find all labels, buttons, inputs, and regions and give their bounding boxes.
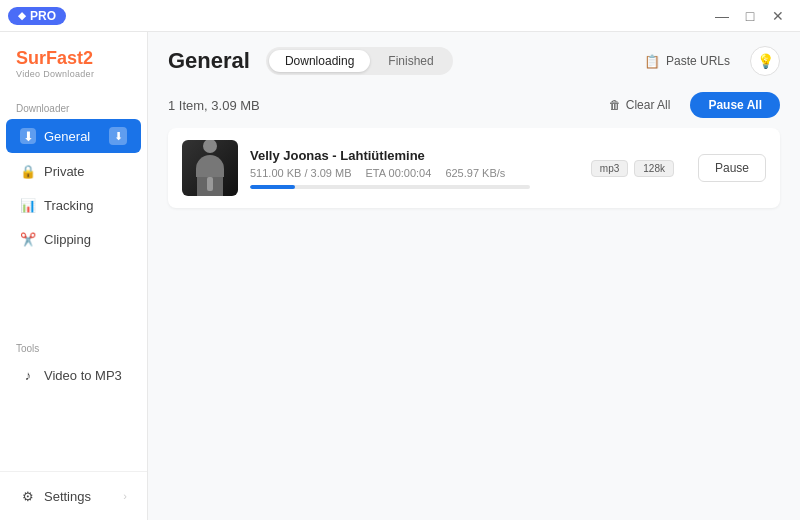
person-head: [203, 140, 217, 153]
diamond-icon: ◆: [18, 10, 26, 21]
download-size: 511.00 KB / 3.09 MB: [250, 167, 352, 179]
lightbulb-icon: 💡: [757, 53, 774, 69]
header-right: 📋 Paste URLs 💡: [636, 46, 780, 76]
brand-name: SurFast: [16, 48, 83, 68]
private-icon: 🔒: [20, 163, 36, 179]
sidebar-item-private-label: Private: [44, 164, 84, 179]
lightbulb-button[interactable]: 💡: [750, 46, 780, 76]
clear-all-button[interactable]: 🗑 Clear All: [599, 93, 681, 117]
download-eta: ETA 00:00:04: [366, 167, 432, 179]
toolbar: 1 Item, 3.09 MB 🗑 Clear All Pause All: [148, 86, 800, 128]
minimize-button[interactable]: —: [708, 2, 736, 30]
brand-number: 2: [83, 48, 93, 68]
tab-finished[interactable]: Finished: [372, 50, 449, 72]
toolbar-right: 🗑 Clear All Pause All: [599, 92, 780, 118]
pause-button[interactable]: Pause: [698, 154, 766, 182]
music-icon: ♪: [20, 367, 36, 383]
format-badges: mp3 128k: [591, 160, 674, 177]
sidebar-item-general[interactable]: ⬇ General ⬇: [6, 119, 141, 153]
progress-bar: [250, 185, 530, 189]
settings-item[interactable]: ⚙ Settings ›: [6, 480, 141, 512]
thumbnail: [182, 140, 238, 196]
item-count: 1 Item, 3.09 MB: [168, 98, 260, 113]
download-count-icon: ⬇: [109, 127, 127, 145]
sidebar-footer: ⚙ Settings ›: [0, 471, 147, 520]
maximize-button[interactable]: □: [736, 2, 764, 30]
sidebar-item-video-to-mp3-label: Video to MP3: [44, 368, 122, 383]
page-title: General: [168, 48, 250, 74]
download-speed: 625.97 KB/s: [445, 167, 505, 179]
tracking-icon: 📊: [20, 197, 36, 213]
sidebar-item-general-label: General: [44, 129, 90, 144]
brand-subtitle: Video Downloader: [16, 69, 131, 79]
progress-bar-fill: [250, 185, 295, 189]
person-suit: [197, 177, 223, 196]
brand: SurFast2 Video Downloader: [0, 40, 147, 95]
sidebar-item-clipping-label: Clipping: [44, 232, 91, 247]
settings-icon: ⚙: [20, 488, 36, 504]
pause-all-button[interactable]: Pause All: [690, 92, 780, 118]
download-info: Velly Joonas - Lahtiütlemine 511.00 KB /…: [250, 148, 579, 189]
content-area: General Downloading Finished 📋 Paste URL…: [148, 32, 800, 520]
main-layout: SurFast2 Video Downloader Downloader ⬇ G…: [0, 32, 800, 520]
paste-urls-label: Paste URLs: [666, 54, 730, 68]
trash-icon: 🗑: [609, 98, 621, 112]
pro-label: PRO: [30, 9, 56, 23]
sidebar-item-tracking-label: Tracking: [44, 198, 93, 213]
person-body: [196, 155, 224, 177]
brand-title: SurFast2: [16, 48, 131, 69]
paste-urls-button[interactable]: 📋 Paste URLs: [636, 50, 738, 73]
downloader-section-label: Downloader: [0, 95, 147, 118]
quality-badge: 128k: [634, 160, 674, 177]
table-row: Velly Joonas - Lahtiütlemine 511.00 KB /…: [168, 128, 780, 208]
clear-all-label: Clear All: [626, 98, 671, 112]
tab-downloading[interactable]: Downloading: [269, 50, 370, 72]
chevron-right-icon: ›: [123, 490, 127, 502]
sidebar-item-clipping[interactable]: ✂️ Clipping: [6, 223, 141, 255]
sidebar-item-video-to-mp3[interactable]: ♪ Video to MP3: [6, 359, 141, 391]
titlebar: ◆ PRO — □ ✕: [0, 0, 800, 32]
download-title: Velly Joonas - Lahtiütlemine: [250, 148, 579, 163]
tools-section-label: Tools: [0, 335, 147, 358]
sidebar-item-tracking[interactable]: 📊 Tracking: [6, 189, 141, 221]
pro-badge[interactable]: ◆ PRO: [8, 7, 66, 25]
tab-group: Downloading Finished: [266, 47, 453, 75]
format-badge: mp3: [591, 160, 628, 177]
sidebar-item-private[interactable]: 🔒 Private: [6, 155, 141, 187]
clipping-icon: ✂️: [20, 231, 36, 247]
content-header: General Downloading Finished 📋 Paste URL…: [148, 32, 800, 86]
download-meta: 511.00 KB / 3.09 MB ETA 00:00:04 625.97 …: [250, 167, 579, 179]
clipboard-icon: 📋: [644, 54, 660, 69]
download-list: Velly Joonas - Lahtiütlemine 511.00 KB /…: [148, 128, 800, 520]
settings-label: Settings: [44, 489, 91, 504]
close-button[interactable]: ✕: [764, 2, 792, 30]
thumbnail-inner: [182, 140, 238, 196]
download-icon: ⬇: [20, 128, 36, 144]
sidebar: SurFast2 Video Downloader Downloader ⬇ G…: [0, 32, 148, 520]
